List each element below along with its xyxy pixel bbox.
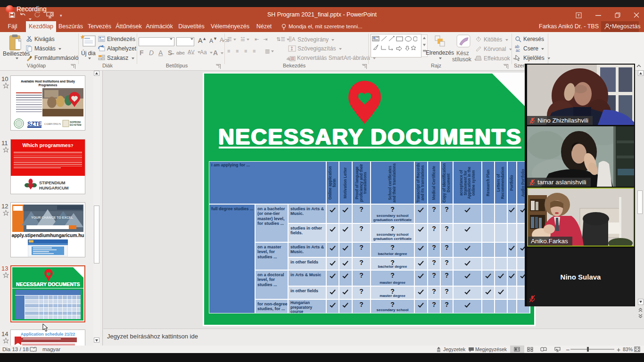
svg-text:CORVINUS: CORVINUS	[44, 122, 61, 126]
svg-text:A: A	[292, 36, 296, 42]
svg-text:EGYETEM: EGYETEM	[70, 123, 81, 126]
svg-text:SZTE: SZTE	[27, 121, 42, 127]
svg-text:HUNGARICUM: HUNGARICUM	[39, 186, 69, 190]
svg-text:STIPENDIUM: STIPENDIUM	[39, 181, 66, 185]
svg-text:YOUR CHANCE TO EXCEL: YOUR CHANCE TO EXCEL	[31, 216, 74, 219]
